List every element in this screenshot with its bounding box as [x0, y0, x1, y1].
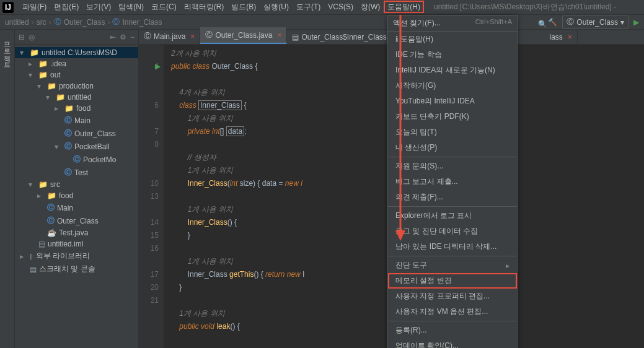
help-menu-item[interactable]: Explorer에서 로그 표시: [388, 208, 517, 224]
help-menu-item[interactable]: 의견 제출(F)...: [388, 189, 517, 205]
breadcrumb-item[interactable]: Inner_Class: [122, 18, 162, 27]
tree-item[interactable]: ▤스크래치 및 콘솔: [15, 263, 138, 276]
chevron-icon[interactable]: ▾: [55, 142, 62, 151]
menu-item[interactable]: 보기(V): [82, 1, 115, 13]
tree-item[interactable]: ⒸOuter_Class: [15, 214, 138, 227]
help-menu-item[interactable]: 지원 문의(S)...: [388, 159, 517, 174]
tree-item[interactable]: ▾📁production: [15, 80, 138, 92]
settings-icon[interactable]: ⚙: [120, 33, 126, 41]
collapse-icon[interactable]: ⇤: [110, 33, 116, 41]
tree-item[interactable]: ▾📁src: [15, 179, 138, 190]
build-icon[interactable]: 🔨: [547, 17, 557, 27]
help-menu-item[interactable]: 진단 도구▸: [388, 258, 517, 273]
tree-item[interactable]: ▾📁untitled C:\Users\MS\D: [15, 47, 138, 58]
help-menu-item[interactable]: ℹ 도움말(H): [388, 32, 517, 47]
tree-item[interactable]: ⒸTest: [15, 166, 138, 179]
close-icon[interactable]: ×: [190, 32, 195, 41]
search-icon[interactable]: 🔍: [538, 20, 547, 28]
tree-item[interactable]: ⒸMain: [15, 114, 138, 127]
help-menu-item[interactable]: 남아 있는 IDE 디렉터리 삭제...: [388, 239, 517, 254]
scratch-icon: ▤: [30, 265, 37, 274]
tree-item[interactable]: ▤untitled.iml: [15, 238, 138, 250]
menu-item-label: IDE 기능 학습: [395, 50, 442, 60]
help-menu-item[interactable]: 사용자 지정 프로퍼티 편집...: [388, 289, 517, 304]
chevron-icon[interactable]: ▸: [29, 59, 36, 68]
java-icon: ☕: [47, 228, 56, 237]
run-icon[interactable]: ▶: [633, 18, 639, 27]
run-config-selector[interactable]: Ⓒ Outer_Class ▾: [562, 15, 629, 29]
menu-item[interactable]: 빌드(B): [227, 1, 260, 13]
tree-item[interactable]: ▸⫿외부 라이브러리: [15, 250, 138, 263]
project-tree[interactable]: ▾📁untitled C:\Users\MS\D▸📁.idea▾📁out▾📁pr…: [15, 45, 138, 278]
breadcrumb-item[interactable]: Outer_Class: [64, 18, 105, 27]
expand-all-icon[interactable]: ⊟: [19, 33, 25, 41]
menu-item[interactable]: 편집(E): [50, 1, 82, 13]
tree-item[interactable]: ▾ⒸPocketBall: [15, 140, 138, 153]
tree-item[interactable]: ⒸOuter_Class: [15, 127, 138, 140]
help-menu-item[interactable]: 시작하기(G): [388, 78, 517, 94]
class-icon: Ⓒ: [112, 17, 120, 27]
tree-item[interactable]: ⒸPocketMo: [15, 153, 138, 166]
breadcrumb[interactable]: untitled › src › Ⓒ Outer_Class › Ⓒ Inner…: [5, 17, 162, 27]
tree-item[interactable]: ▸📁food: [15, 103, 138, 114]
menu-item[interactable]: 도구(T): [293, 1, 324, 13]
tree-item[interactable]: ▸📁.idea: [15, 58, 138, 69]
run-config-label: Outer_Class: [576, 18, 618, 27]
help-menu-item[interactable]: 버그 보고서 제출...: [388, 174, 517, 189]
help-menu-item[interactable]: YouTube의 IntelliJ IDEA: [388, 94, 517, 109]
chevron-icon[interactable]: ▸: [37, 191, 45, 200]
help-menu-item[interactable]: 업데이트 확인(C)...: [388, 338, 517, 348]
help-menu-item[interactable]: 로그 및 진단 데이터 수집: [388, 224, 517, 239]
help-menu-item[interactable]: IntelliJ IDEA의 새로운 기능(N): [388, 63, 517, 78]
help-menu-item[interactable]: 등록(R)...: [388, 323, 517, 338]
breadcrumb-item[interactable]: untitled: [5, 18, 29, 27]
chevron-icon[interactable]: ▸: [55, 104, 62, 113]
folder-orange-icon: 📁: [38, 71, 48, 79]
chevron-icon[interactable]: ▾: [37, 82, 45, 90]
folder-src-icon: 📁: [38, 180, 48, 189]
chevron-right-icon: ›: [107, 18, 110, 27]
tree-item[interactable]: ▾📁untitled: [15, 92, 138, 103]
editor-tab[interactable]: ⒸMain.java×: [139, 28, 200, 44]
hide-icon[interactable]: −: [130, 33, 135, 41]
help-menu-item[interactable]: 오늘의 팁(T): [388, 124, 517, 140]
help-menu-item[interactable]: 키보드 단축키 PDF(K): [388, 109, 517, 124]
menu-item[interactable]: 코드(C): [148, 1, 180, 13]
chevron-icon[interactable]: ▾: [29, 180, 36, 189]
tree-item[interactable]: ▾📁out: [15, 69, 138, 80]
help-menu-item[interactable]: 사용자 지정 VM 옵션 편집...: [388, 304, 517, 320]
tree-item[interactable]: ⒸMain: [15, 201, 138, 214]
folder-orange-icon: 📁: [64, 104, 74, 113]
editor-tab[interactable]: ⒸOuter_Class.java×: [200, 27, 287, 44]
chevron-icon[interactable]: ▸: [20, 252, 27, 261]
tree-item[interactable]: ☕Test.java: [15, 227, 138, 238]
menu-item[interactable]: 파일(F): [19, 1, 50, 13]
tree-item[interactable]: ▸📁food: [15, 190, 138, 201]
chevron-icon[interactable]: ▾: [46, 93, 53, 102]
target-icon[interactable]: ◎: [29, 33, 35, 41]
tree-item-label: 외부 라이브러리: [36, 251, 90, 261]
chevron-icon[interactable]: ▾: [20, 48, 27, 57]
close-icon[interactable]: ×: [568, 33, 572, 41]
chevron-icon[interactable]: ▾: [29, 71, 36, 79]
menu-item[interactable]: 탐색(N): [115, 1, 148, 13]
tab-label: Outer_Class.java: [215, 31, 272, 40]
menu-item[interactable]: 도움말(H): [384, 1, 424, 13]
help-menu-item[interactable]: 내 생산성(P): [388, 140, 517, 155]
project-tool-tab[interactable]: 프로젝트: [0, 32, 14, 69]
help-menu-item[interactable]: 메모리 설정 변경: [388, 273, 517, 289]
menu-search-action[interactable]: 액션 찾기(F)... Ctrl+Shift+A: [388, 15, 517, 32]
menu-item[interactable]: VCS(S): [324, 1, 357, 13]
class-icon: Ⓒ: [64, 115, 72, 126]
file-icon: Ⓒ: [205, 30, 213, 40]
menu-item[interactable]: 실행(U): [260, 1, 293, 13]
editor-tab[interactable]: lass×: [545, 30, 578, 44]
menu-item[interactable]: 리팩터링(R): [180, 1, 228, 13]
tree-item-label: untitled: [68, 93, 92, 102]
close-icon[interactable]: ×: [277, 31, 281, 40]
breadcrumb-item[interactable]: src: [37, 18, 46, 27]
class-icon: Ⓒ: [73, 154, 81, 165]
help-menu-item[interactable]: IDE 기능 학습: [388, 47, 517, 63]
search-action-label: 액션 찾기(F)...: [393, 18, 441, 28]
menu-item[interactable]: 창(W): [357, 1, 384, 13]
